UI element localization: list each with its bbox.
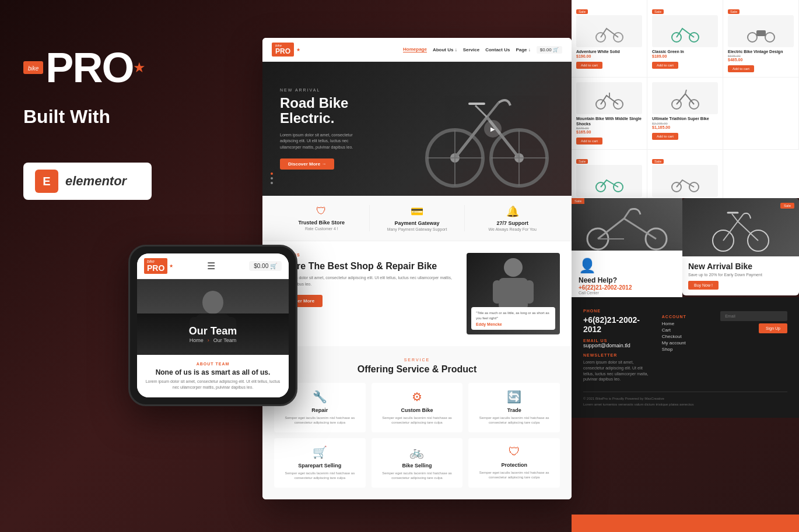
phone-team-title: Our Team xyxy=(146,325,280,337)
about-label: ABOUT US xyxy=(274,253,457,257)
bike-small-text: bike xyxy=(28,65,38,72)
hero-play-button[interactable]: ▶ xyxy=(484,120,502,138)
slide-dot-2[interactable] xyxy=(271,177,273,179)
nav-homepage[interactable]: Homepage xyxy=(403,47,427,52)
elementor-icon: E xyxy=(35,170,58,193)
hero-section: NEW ARRIVAL Road Bike Electric. Lorem ip… xyxy=(262,62,572,196)
product-name-3: Electric Bike Vintage Design xyxy=(728,50,794,54)
nav-cart[interactable]: $0.00 🛒 xyxy=(537,46,562,54)
mobile-mockup: bike PRO ★ ☰ $0.00 🛒 xyxy=(128,245,297,406)
feature-support: 🔔 27/7 Support We Always Ready For You xyxy=(465,205,560,231)
slide-dot-3[interactable] xyxy=(271,182,273,184)
footer-link-home[interactable]: Home xyxy=(662,321,709,326)
fixie-img-inner xyxy=(572,198,682,251)
phone-menu-icon[interactable]: ☰ xyxy=(207,260,215,272)
service-bike-selling: 🚲 Bike Selling Semper eget iaculis lacen… xyxy=(372,438,463,488)
footer-link-shop[interactable]: Shop xyxy=(662,347,709,352)
footer-link-checkout[interactable]: Checkout xyxy=(662,334,709,339)
product-name-2: Classic Green In xyxy=(652,50,718,54)
feature-trusted-desc: Rate Customer 4 ! xyxy=(280,227,363,231)
slide-dot-1[interactable] xyxy=(271,172,273,175)
service-protection-icon: 🛡 xyxy=(475,445,553,459)
built-with-text: Built With xyxy=(23,106,152,128)
feature-payment-title: Payment Gateway xyxy=(376,220,459,226)
sale-badge-2: Sale xyxy=(652,9,664,14)
testimonial-author: Eddy Mencke xyxy=(476,322,551,326)
footer-email-input[interactable] xyxy=(720,311,787,321)
footer-panel: PHONE +6(82)21-2002-2012 EMAIL US suppor… xyxy=(572,297,799,418)
product-price-1: $190.00 xyxy=(576,54,642,58)
service-protection-title: Protection xyxy=(475,462,553,468)
site-logo: bike PRO ★ xyxy=(272,43,300,57)
site-logo-bg: bike PRO xyxy=(272,43,294,57)
add-to-cart-1[interactable]: Add to cart xyxy=(576,62,602,69)
services-label: SERVICE xyxy=(274,358,560,362)
svg-line-11 xyxy=(487,103,499,117)
site-nav-links: Homepage About Us ↓ Service Contact Us P… xyxy=(403,46,562,54)
feature-trusted-icon: 🛡 xyxy=(280,205,363,217)
product-name-1: Adventure White Solid xyxy=(576,50,642,54)
about-content: ABOUT US We Are The Best Shop & Repair B… xyxy=(274,253,457,334)
nav-about[interactable]: About Us ↓ xyxy=(433,47,457,52)
footer-signup-button[interactable]: Sign Up xyxy=(759,323,787,333)
need-help-subtitle: Call Center xyxy=(579,291,675,295)
phone-logo: bike PRO ★ xyxy=(144,258,173,274)
service-trade-text: Semper eget iaculis lacenim nisl hatchas… xyxy=(475,415,553,425)
nav-contact[interactable]: Contact Us xyxy=(485,47,510,52)
testimonial-card: "Title as much or as little, as long or … xyxy=(471,307,555,330)
product-img-6 xyxy=(576,165,642,197)
feature-trusted: 🛡 Trusted Bike Store Rate Customer 4 ! xyxy=(274,205,370,231)
need-help-phone: +6(22)21-2002-2012 xyxy=(579,284,675,291)
phone-header: bike PRO ★ ☰ $0.00 🛒 xyxy=(137,253,289,279)
hero-description: Lorem ipsum dolor sit amet, consectetur … xyxy=(280,132,367,151)
testimonial-text: "Title as much or as little, as long or … xyxy=(476,311,551,320)
about-text: Lorem ipsum dolor sit amet, consectetur … xyxy=(274,275,457,287)
footer-newsletter-text: Lorem ipsum dolor sit amet, consectetur … xyxy=(583,360,650,382)
service-sparepart-icon: 🛒 xyxy=(281,445,359,459)
product-cell-6: Sale Vintage Classic Green Basket $295.0… xyxy=(572,150,647,198)
hero-discover-button[interactable]: Discover More → xyxy=(280,158,334,170)
footer-account-label: ACCOUNT xyxy=(662,315,709,319)
add-to-cart-5[interactable]: Add to cart xyxy=(652,133,678,140)
product-img-2 xyxy=(652,15,718,47)
feature-payment-icon: 💳 xyxy=(376,205,459,218)
footer-link-myaccount[interactable]: My account xyxy=(662,340,709,346)
footer-link-cart[interactable]: Cart xyxy=(662,327,709,333)
svg-line-50 xyxy=(624,210,630,219)
footer-contact: PHONE +6(82)21-2002-2012 EMAIL US suppor… xyxy=(583,309,650,385)
footer-newsletter-label: NEWSLETTER xyxy=(583,353,650,357)
phone-cart[interactable]: $0.00 🛒 xyxy=(249,261,282,271)
footer-phone: +6(82)21-2002-2012 xyxy=(583,315,650,334)
footer-links-list: Home Cart Checkout My account Shop xyxy=(662,321,709,352)
add-to-cart-4[interactable]: Add to cart xyxy=(576,138,602,145)
product-cell-5: Ultimate Triathlon Super Bike $2,295.00 … xyxy=(647,77,723,150)
new-arrival-subtitle: Save up to 20% for Early Down Payment xyxy=(688,273,793,277)
service-custom-text: Semper eget iaculis lacenim nisl hatchas… xyxy=(379,415,456,425)
footer-account-col: ACCOUNT Home Cart Checkout My account Sh… xyxy=(662,309,709,385)
phone-logo-pro: PRO xyxy=(147,263,164,273)
phone-logo-bike: bike xyxy=(147,259,164,263)
feature-trusted-title: Trusted Bike Store xyxy=(280,220,363,226)
services-grid: 🔧 Repair Semper eget iaculis lacenim nis… xyxy=(274,383,560,488)
service-trade-title: Trade xyxy=(475,407,553,413)
product-name-4: Mountain Bike With Middle Single Shocks xyxy=(576,117,642,126)
add-to-cart-2[interactable]: Add to cart xyxy=(652,62,678,69)
hero-slide-dots xyxy=(271,172,273,184)
service-sparepart: 🛒 Sparepart Selling Semper eget iaculis … xyxy=(274,438,366,488)
nav-page[interactable]: Page ↓ xyxy=(516,47,530,52)
svg-point-22 xyxy=(504,258,523,277)
hero-title: Road Bike Electric. xyxy=(280,96,367,126)
svg-point-33 xyxy=(765,33,775,42)
new-arrival-image-area: Sale xyxy=(682,198,799,256)
hero-content: NEW ARRIVAL Road Bike Electric. Lorem ip… xyxy=(280,88,367,170)
service-bike-selling-title: Bike Selling xyxy=(379,463,456,468)
site-logo-star: ★ xyxy=(296,47,300,52)
nav-service[interactable]: Service xyxy=(463,47,479,52)
footer-columns: PHONE +6(82)21-2002-2012 EMAIL US suppor… xyxy=(583,309,787,385)
phone-logo-bg: bike PRO xyxy=(144,258,167,274)
new-arrival-buy-button[interactable]: Buy Now ! xyxy=(688,281,719,290)
about-title: We Are The Best Shop & Repair Bike xyxy=(274,260,457,272)
add-to-cart-3[interactable]: Add to cart xyxy=(728,65,754,72)
new-arrival-title: New Arrival Bike xyxy=(688,262,793,271)
service-trade-icon: 🔄 xyxy=(475,390,553,404)
